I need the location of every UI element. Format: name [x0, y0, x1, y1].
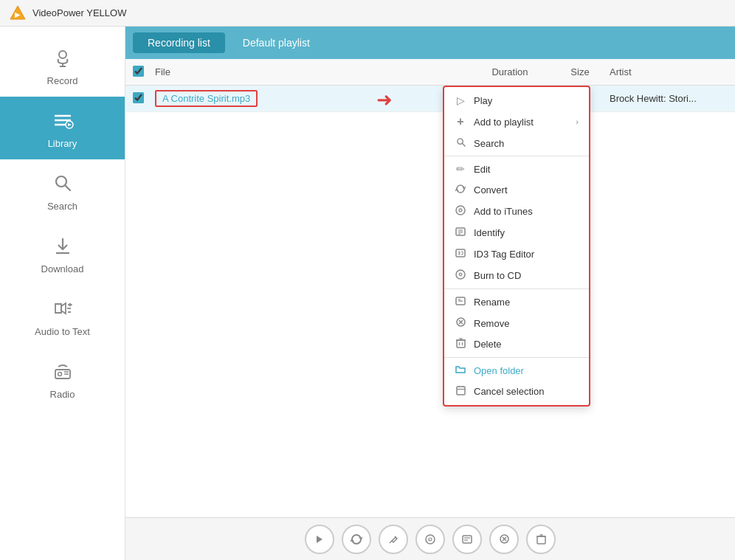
row-checkbox[interactable]: [133, 92, 144, 103]
menu-item-add-to-playlist[interactable]: + Add to playlist ›: [444, 111, 589, 133]
toolbar-identify-button[interactable]: [415, 525, 445, 554]
record-icon: [52, 47, 73, 71]
menu-item-id3-tag[interactable]: ID3 Tag Editor: [444, 243, 589, 265]
content-area: Recording list Default playlist File Dur…: [125, 27, 735, 560]
sidebar-item-audio-to-text[interactable]: Audio to Text: [0, 285, 125, 348]
svg-point-53: [429, 538, 432, 541]
sidebar-item-radio[interactable]: Radio: [0, 348, 125, 410]
add-icon: +: [455, 115, 466, 128]
sidebar-item-record-label: Record: [47, 75, 78, 86]
audio-to-text-icon: [52, 298, 73, 322]
toolbar-remove-button[interactable]: [489, 525, 519, 554]
svg-rect-45: [457, 387, 465, 395]
sidebar-item-download[interactable]: Download: [0, 222, 125, 285]
play-icon: ▷: [455, 94, 466, 106]
menu-item-convert-label: Convert: [474, 184, 508, 196]
toolbar-refresh-button[interactable]: [342, 525, 371, 554]
search-icon: [52, 173, 73, 196]
toolbar-play-button[interactable]: [305, 525, 334, 554]
tab-default-playlist[interactable]: Default playlist: [228, 32, 325, 53]
menu-item-convert[interactable]: Convert: [444, 179, 589, 201]
menu-item-rename[interactable]: Rename: [444, 291, 589, 313]
identify-icon: [455, 227, 466, 239]
toolbar-tag-button[interactable]: [452, 525, 482, 554]
tab-recording-list[interactable]: Recording list: [133, 32, 225, 53]
svg-marker-14: [55, 304, 61, 313]
menu-item-open-folder-label: Open folder: [474, 365, 524, 376]
tab-bar: Recording list Default playlist: [125, 27, 735, 59]
sidebar: Record Library Search: [0, 27, 125, 560]
svg-marker-49: [317, 536, 322, 543]
folder-icon: [455, 364, 466, 376]
toolbar-delete-button[interactable]: [526, 525, 556, 554]
red-arrow: ➜: [376, 89, 393, 111]
col-duration: Duration: [469, 66, 551, 77]
svg-rect-40: [457, 340, 465, 348]
menu-item-id3-tag-label: ID3 Tag Editor: [474, 249, 534, 260]
remove-icon: [455, 317, 466, 329]
menu-divider-3: [444, 357, 589, 358]
burn-icon: [455, 269, 466, 282]
menu-item-add-to-itunes[interactable]: Add to iTunes: [444, 201, 589, 222]
menu-item-edit[interactable]: ✏ Edit: [444, 159, 589, 179]
table-body: A Contrite Spirit.mp3 Brock Hewitt: Stor…: [125, 86, 735, 517]
convert-icon: [455, 184, 466, 196]
svg-point-32: [456, 270, 465, 279]
svg-point-52: [426, 535, 435, 544]
menu-item-add-to-playlist-label: Add to playlist: [474, 117, 534, 128]
svg-line-11: [65, 185, 70, 190]
menu-item-identify[interactable]: Identify: [444, 222, 589, 243]
file-name: A Contrite Spirit.mp3: [155, 90, 258, 107]
cancel-icon: [455, 385, 466, 398]
svg-point-33: [459, 273, 462, 276]
submenu-arrow-icon: ›: [576, 117, 579, 126]
table-row[interactable]: A Contrite Spirit.mp3 Brock Hewitt: Stor…: [125, 86, 735, 112]
search-menu-icon: [455, 137, 466, 149]
svg-rect-31: [456, 249, 465, 257]
main-layout: Record Library Search: [0, 27, 735, 560]
sidebar-item-record[interactable]: Record: [0, 34, 125, 97]
row-artist-cell: Brock Hewitt: Stori...: [610, 93, 728, 104]
row-file-cell: A Contrite Spirit.mp3: [155, 90, 469, 107]
select-all-checkbox[interactable]: [133, 66, 144, 77]
svg-point-20: [58, 373, 61, 376]
menu-item-play[interactable]: ▷ Play: [444, 90, 589, 111]
menu-item-burn-to-cd-label: Burn to CD: [474, 270, 521, 281]
col-file: File: [155, 66, 469, 77]
menu-item-rename-label: Rename: [474, 297, 510, 308]
menu-item-open-folder[interactable]: Open folder: [444, 360, 589, 381]
menu-item-cancel-selection[interactable]: Cancel selection: [444, 381, 589, 402]
table-header: File Duration Size Artist: [125, 59, 735, 86]
menu-item-add-to-itunes-label: Add to iTunes: [474, 206, 533, 217]
menu-item-burn-to-cd[interactable]: Burn to CD: [444, 265, 589, 286]
svg-rect-54: [463, 536, 472, 543]
sidebar-item-search-label: Search: [47, 201, 77, 212]
menu-item-search[interactable]: Search: [444, 133, 589, 153]
id3-icon: [455, 248, 466, 260]
menu-item-play-label: Play: [474, 95, 492, 106]
toolbar-edit-button[interactable]: [379, 525, 408, 554]
menu-item-remove[interactable]: Remove: [444, 313, 589, 333]
menu-item-delete[interactable]: Delete: [444, 333, 589, 355]
bottom-toolbar: [125, 517, 735, 560]
sidebar-item-audio-to-text-label: Audio to Text: [35, 326, 90, 337]
itunes-icon: [455, 205, 466, 218]
sidebar-item-library-label: Library: [48, 138, 77, 149]
col-size: Size: [551, 66, 610, 77]
col-artist: Artist: [610, 66, 728, 77]
delete-icon: [455, 338, 466, 350]
app-logo: ▶: [9, 4, 27, 22]
sidebar-item-radio-label: Radio: [50, 389, 75, 400]
menu-divider-1: [444, 156, 589, 156]
rename-icon: [455, 296, 466, 308]
svg-point-2: [59, 51, 66, 58]
context-menu: ▷ Play + Add to playlist › Search: [443, 86, 590, 407]
svg-text:▶: ▶: [15, 11, 21, 18]
menu-item-cancel-selection-label: Cancel selection: [474, 386, 544, 397]
svg-rect-60: [537, 536, 545, 544]
svg-point-25: [456, 206, 465, 215]
sidebar-item-search[interactable]: Search: [0, 159, 125, 222]
row-checkbox-cell: [133, 92, 155, 106]
sidebar-item-library[interactable]: Library: [0, 97, 125, 159]
edit-icon: ✏: [455, 163, 466, 175]
